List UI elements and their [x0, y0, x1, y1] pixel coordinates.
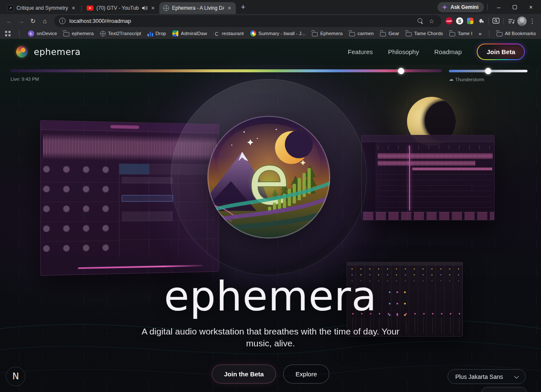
address-bar[interactable]: i localhost:3000/#roadmap ☆ [54, 15, 441, 27]
nav-features[interactable]: Features [348, 48, 373, 55]
profile-avatar[interactable] [516, 16, 527, 26]
site-nav: Features Philosophy Roadmap Join Beta [348, 44, 525, 60]
bookmark-item[interactable]: Ephemera [312, 31, 343, 36]
bookmark-icon [63, 32, 69, 36]
divider [489, 30, 489, 37]
divider [19, 30, 19, 37]
apps-grid-icon[interactable] [5, 31, 11, 36]
bookmark-item[interactable]: Tame Instrumentals [449, 31, 472, 36]
join-beta-button[interactable]: Join Beta [478, 44, 524, 59]
tab-title: Ephemera - A Living DAW [172, 5, 224, 11]
daw-knob-panel [41, 163, 119, 258]
url-text[interactable]: localhost:3000/#roadmap [69, 18, 131, 24]
explore-button[interactable]: Explore [283, 365, 329, 384]
bookmark-item[interactable]: carmen [349, 31, 374, 36]
tab-critique[interactable]: ↗ Critique and Symmetry Solutio × [3, 2, 80, 14]
all-bookmarks-button[interactable]: All Bookmarks [497, 31, 536, 36]
s-extension-icon[interactable]: S [454, 16, 465, 26]
adblock-extension-icon[interactable]: ABP [444, 16, 454, 26]
tab-strip: ↗ Critique and Symmetry Solutio × (70) G… [0, 0, 541, 14]
close-icon[interactable]: × [71, 5, 76, 11]
weather-slider-thumb[interactable] [485, 68, 492, 74]
chevron-down-icon [514, 373, 519, 378]
bookmarks-overflow-icon[interactable]: » [478, 30, 481, 37]
bookmark-item[interactable]: onDevice [28, 30, 57, 37]
ask-gemini-button[interactable]: Ask Gemini [437, 2, 484, 12]
bookmark-item[interactable]: Text2Transcript [100, 31, 141, 36]
forward-button[interactable]: → [15, 15, 27, 27]
bookmarks-bar: onDevice ephemera Text2Transcript Drop [0, 28, 541, 39]
youtube-favicon-icon [87, 5, 93, 11]
daw-track-label [122, 177, 173, 184]
bookmark-icon [406, 32, 412, 36]
bookmark-item[interactable]: ephemera [63, 31, 94, 36]
zoom-icon[interactable] [418, 18, 423, 24]
daw-toolbar [362, 135, 494, 142]
tab-title: Critique and Symmetry Solutio [16, 5, 68, 11]
daw-progress-bar [78, 265, 203, 269]
reload-button[interactable]: ↻ [27, 15, 39, 27]
browser-menu-icon[interactable]: ⋮ [527, 16, 538, 26]
close-icon[interactable]: × [150, 5, 156, 11]
bookmark-item[interactable]: Summary - bwall - J... [250, 30, 306, 36]
daw-ruler [378, 145, 492, 149]
close-icon[interactable]: × [227, 5, 232, 11]
brand[interactable]: ephemera [16, 46, 81, 58]
mixer-header [347, 262, 462, 266]
gallery-extension-icon[interactable] [465, 16, 475, 26]
bookmark-label: Drop [156, 31, 166, 36]
gemini-spark-icon [442, 4, 448, 10]
weather-slider[interactable] [449, 70, 527, 72]
bookmark-item[interactable]: AdmiralDaw [172, 30, 207, 36]
site-favicon-icon: ↗ [7, 5, 14, 11]
window-close-button[interactable]: × [523, 1, 538, 13]
tab-title: (70) GTV - YouTube [96, 5, 139, 11]
daw-bottom-bar [362, 212, 494, 220]
new-tab-button[interactable]: + [241, 3, 246, 12]
font-select-dropdown[interactable]: Plus Jakarta Sans [448, 369, 526, 384]
page-content: e [0, 39, 541, 392]
bookmark-label: Tame Chords [414, 31, 443, 36]
join-the-beta-button[interactable]: Join the Beta [212, 365, 276, 384]
bookmark-label: Text2Transcript [108, 31, 141, 36]
tab-youtube[interactable]: (70) GTV - YouTube × [83, 2, 159, 14]
maximize-icon [513, 5, 517, 9]
brand-name: ephemera [34, 47, 81, 57]
daw-track-label-selected [122, 195, 173, 202]
page-info-icon[interactable]: i [59, 18, 66, 24]
bookmark-label: restaurant [222, 31, 244, 36]
nextjs-dev-badge[interactable]: N [6, 367, 25, 386]
bookmark-icon [172, 30, 178, 36]
minimize-button[interactable]: – [491, 1, 506, 13]
divider [487, 4, 488, 11]
time-slider-thumb[interactable] [398, 68, 404, 74]
clipped-pill-button[interactable] [481, 387, 527, 392]
hero-title: ephemera [0, 272, 541, 320]
bookmark-icon [349, 32, 355, 36]
nav-roadmap[interactable]: Roadmap [434, 48, 462, 55]
media-controls-icon[interactable] [506, 16, 516, 26]
bookmark-item[interactable]: Drop [148, 31, 166, 36]
bookmark-label: carmen [358, 31, 374, 36]
bookmark-star-icon[interactable]: ☆ [427, 18, 436, 25]
bookmark-item[interactable]: Gear [380, 31, 399, 36]
bookmark-icon [380, 32, 386, 36]
bookmark-icon [28, 30, 34, 37]
home-button[interactable]: ⌂ [39, 15, 51, 27]
audio-playing-icon[interactable] [142, 5, 148, 11]
back-button[interactable]: ← [3, 15, 15, 27]
tab-search-icon[interactable] [491, 16, 501, 26]
maximize-button[interactable] [507, 1, 522, 13]
tab-ephemera-active[interactable]: Ephemera - A Living DAW × [159, 2, 236, 14]
time-of-day-slider[interactable] [11, 69, 442, 72]
bookmark-icon [213, 30, 219, 36]
nav-philosophy[interactable]: Philosophy [388, 48, 419, 55]
extensions-puzzle-icon[interactable] [475, 16, 486, 26]
bookmark-item[interactable]: restaurant [213, 30, 244, 36]
bookmark-item[interactable]: Tame Chords [406, 31, 443, 36]
daw-clip [378, 161, 475, 166]
weather-icon: ☁ [449, 77, 454, 82]
folder-icon [497, 32, 503, 36]
tabstrip-right-controls: Ask Gemini – × [437, 0, 538, 14]
bookmark-icon [250, 30, 256, 36]
